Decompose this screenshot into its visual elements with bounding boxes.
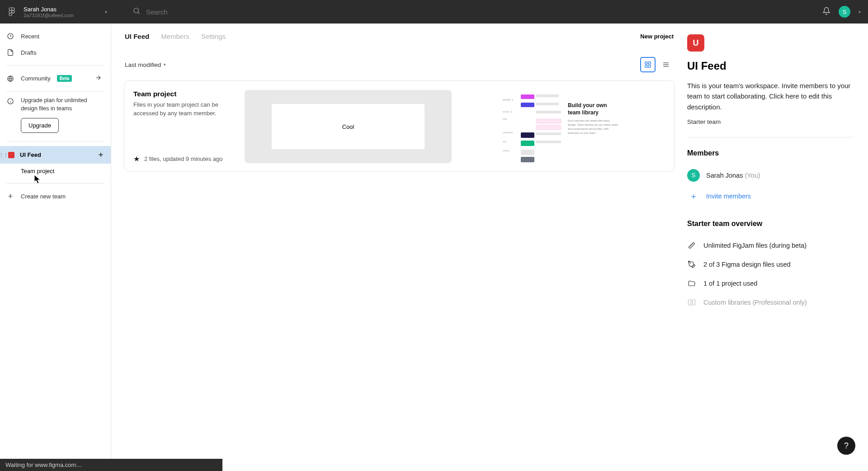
invite-label: Invite members	[706, 193, 751, 200]
search-icon	[132, 7, 141, 17]
overview-item: Unlimited FigJam files (during beta)	[687, 236, 854, 255]
svg-rect-7	[645, 65, 647, 67]
sidebar-item-drafts[interactable]: Drafts	[0, 44, 111, 61]
beta-badge: Beta	[57, 75, 72, 82]
pen-icon	[687, 260, 696, 268]
svg-rect-24	[536, 141, 561, 143]
drag-handle-icon: ⋮⋮	[0, 152, 8, 157]
file-thumbnail[interactable]: eader 1 eader 2 title ceholder	[458, 90, 665, 163]
project-description: Files in your team project can be access…	[133, 101, 236, 118]
sidebar-team-ui-feed[interactable]: ⋮⋮ UI Feed ＋	[0, 146, 111, 164]
chevron-down-icon: ▾	[164, 62, 166, 67]
chevron-down-icon[interactable]: ▾	[859, 9, 861, 14]
svg-text:eader 2: eader 2	[503, 110, 512, 113]
svg-rect-23	[521, 141, 534, 146]
chevron-down-icon: ▾	[105, 9, 107, 14]
member-name: Sarah Jonas	[706, 172, 743, 179]
tab-ui-feed[interactable]: UI Feed	[125, 33, 149, 40]
sort-dropdown[interactable]: Last modified ▾	[125, 61, 166, 68]
avatar: S	[687, 169, 700, 182]
svg-rect-6	[648, 62, 651, 64]
svg-rect-27	[521, 157, 534, 162]
overview-section-title: Starter team overview	[687, 220, 854, 228]
project-meta: 2 files, updated 9 minutes ago	[144, 155, 222, 162]
ruler-icon	[687, 241, 696, 250]
sidebar-item-label: Community	[21, 75, 51, 82]
svg-text:and components across files, w: and components across files, with	[568, 127, 609, 130]
project-card[interactable]: Team project Files in your team project …	[124, 80, 675, 172]
info-icon	[6, 97, 14, 105]
svg-text:eader 1: eader 1	[503, 98, 514, 101]
svg-text:ndary: ndary	[503, 149, 509, 152]
tab-settings[interactable]: Settings	[201, 33, 226, 40]
thumbnail-label: Cool	[272, 104, 425, 149]
tab-members[interactable]: Members	[161, 33, 189, 40]
overview-item: Custom libraries (Professional only)	[687, 293, 854, 312]
svg-rect-26	[521, 150, 534, 155]
invite-members-button[interactable]: ＋ Invite members	[687, 185, 854, 207]
team-description[interactable]: This is your team's workspace. Invite me…	[687, 80, 854, 112]
team-label: UI Feed	[20, 151, 41, 158]
new-project-button[interactable]: New project	[640, 33, 674, 40]
svg-rect-17	[536, 119, 561, 123]
team-title: UI Feed	[687, 60, 854, 72]
svg-point-0	[12, 10, 14, 13]
overview-label: Unlimited FigJam files (during beta)	[703, 242, 807, 249]
list-view-button[interactable]	[658, 57, 674, 72]
plus-icon: ＋	[687, 190, 700, 203]
sidebar-item-community[interactable]: Community Beta	[0, 70, 111, 87]
sidebar-item-recent[interactable]: Recent	[0, 28, 111, 44]
svg-rect-12	[521, 103, 534, 107]
user-email: 2a73181f@uifeed.com	[24, 13, 100, 18]
svg-text:ceholder: ceholder	[503, 131, 513, 134]
status-bar: Waiting for www.figma.com…	[0, 459, 222, 471]
svg-text:Don't reinvent the wheel with : Don't reinvent the wheel with every	[568, 119, 610, 122]
svg-rect-20	[521, 132, 534, 138]
user-name: Sarah Jonas	[24, 6, 100, 13]
svg-point-1	[134, 8, 139, 13]
notifications-icon[interactable]	[822, 7, 830, 17]
sidebar-item-create-team[interactable]: Create new team	[0, 188, 111, 204]
folder-icon	[687, 279, 696, 287]
overview-item: 1 of 1 project used	[687, 274, 854, 293]
project-title: Team project	[133, 90, 236, 98]
svg-rect-18	[536, 125, 561, 130]
svg-text:ary: ary	[503, 140, 506, 143]
upgrade-text: Upgrade plan for unlimited design files …	[21, 96, 102, 113]
plus-icon[interactable]: ＋	[97, 150, 104, 160]
svg-text:team library: team library	[568, 109, 599, 116]
upgrade-button[interactable]: Upgrade	[21, 118, 59, 133]
star-icon[interactable]: ★	[133, 155, 140, 163]
member-row: S Sarah Jonas (You)	[687, 165, 854, 185]
globe-icon	[6, 75, 14, 83]
svg-rect-21	[536, 132, 561, 135]
overview-label: 2 of 3 Figma design files used	[703, 261, 791, 268]
svg-rect-13	[536, 103, 559, 105]
arrow-right-icon	[94, 74, 102, 83]
sidebar-item-team-project[interactable]: Team project	[0, 164, 111, 179]
team-color-swatch	[8, 152, 14, 158]
svg-text:design. Team libraries let you: design. Team libraries let you share sty…	[568, 123, 618, 126]
team-plan: Starter team	[687, 118, 854, 125]
svg-text:everyone on your team.: everyone on your team.	[568, 132, 596, 134]
help-button[interactable]: ?	[837, 437, 855, 455]
member-you-label: (You)	[745, 172, 760, 179]
user-menu[interactable]: Sarah Jonas 2a73181f@uifeed.com ▾	[24, 6, 107, 18]
file-icon	[6, 48, 14, 57]
grid-view-button[interactable]	[640, 57, 656, 72]
file-thumbnail[interactable]: Cool	[245, 90, 452, 163]
svg-rect-5	[645, 62, 647, 64]
avatar[interactable]: S	[839, 6, 850, 18]
sidebar-item-label: Recent	[21, 33, 39, 40]
book-icon	[687, 298, 696, 306]
sidebar-item-label: Drafts	[21, 49, 37, 56]
overview-item: 2 of 3 Figma design files used	[687, 255, 854, 274]
svg-rect-11	[536, 94, 559, 97]
svg-text:title: title	[503, 118, 507, 120]
search-input[interactable]	[146, 8, 282, 16]
figma-logo-icon[interactable]	[7, 7, 16, 16]
clock-icon	[6, 32, 14, 40]
svg-text:Build your own: Build your own	[568, 102, 607, 108]
sidebar-item-label: Create new team	[21, 193, 66, 200]
svg-rect-10	[521, 94, 534, 99]
